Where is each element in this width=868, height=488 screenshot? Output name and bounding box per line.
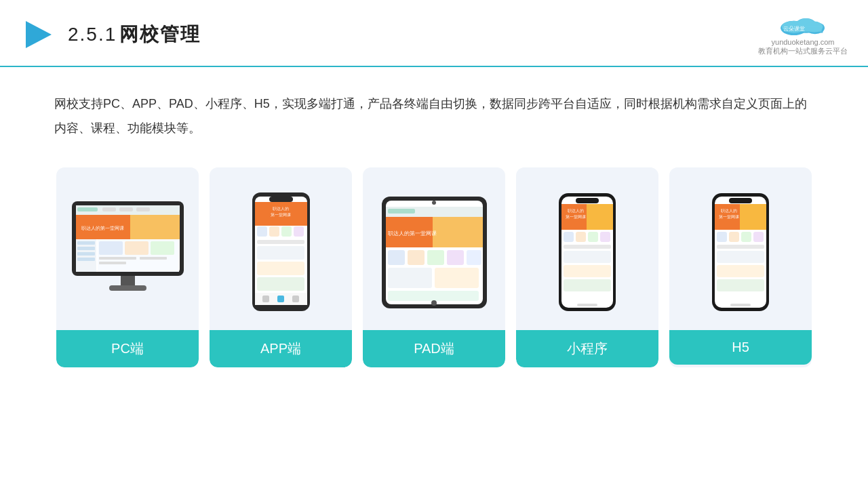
svg-rect-81 xyxy=(564,245,611,249)
svg-rect-64 xyxy=(447,250,464,265)
svg-rect-63 xyxy=(427,250,444,265)
page-header: 2.5.1网校管理 云朵课堂 yunduoketang.com 教育机构一站式服… xyxy=(0,0,868,67)
svg-rect-82 xyxy=(564,251,611,263)
svg-rect-98 xyxy=(717,251,764,263)
svg-rect-94 xyxy=(729,232,739,242)
play-icon xyxy=(20,17,56,52)
svg-point-55 xyxy=(432,201,436,205)
svg-rect-74 xyxy=(587,204,613,230)
svg-rect-37 xyxy=(269,197,293,202)
svg-rect-99 xyxy=(717,265,764,277)
svg-rect-101 xyxy=(730,304,751,306)
svg-rect-57 xyxy=(388,209,415,214)
svg-rect-13 xyxy=(77,207,98,211)
svg-rect-84 xyxy=(564,279,611,291)
card-miniapp: 职达人的 第一堂网课 小程序 xyxy=(516,167,658,367)
svg-rect-93 xyxy=(717,232,727,242)
svg-rect-95 xyxy=(741,232,751,242)
card-miniapp-label: 小程序 xyxy=(516,330,658,367)
svg-rect-83 xyxy=(564,265,611,277)
svg-rect-61 xyxy=(388,250,405,265)
card-miniapp-image: 职达人的 第一堂网课 xyxy=(516,181,658,317)
svg-rect-67 xyxy=(435,268,479,288)
svg-text:第一堂网课: 第一堂网课 xyxy=(719,215,739,219)
svg-rect-59 xyxy=(433,217,483,247)
svg-rect-48 xyxy=(257,277,304,291)
svg-rect-79 xyxy=(588,232,598,242)
svg-rect-41 xyxy=(257,226,267,237)
logo-slogan: 教育机构一站式服务云平台 xyxy=(758,46,848,56)
svg-rect-22 xyxy=(77,241,95,245)
miniapp-phone-icon: 职达人的 第一堂网课 xyxy=(557,192,618,312)
svg-rect-24 xyxy=(77,252,95,256)
card-h5-label: H5 xyxy=(669,330,812,365)
logo-area: 云朵课堂 yunduoketang.com 教育机构一站式服务云平台 xyxy=(758,12,848,56)
svg-rect-28 xyxy=(125,241,149,255)
svg-rect-46 xyxy=(257,246,304,260)
svg-rect-25 xyxy=(77,258,95,261)
svg-rect-52 xyxy=(292,296,299,302)
svg-rect-16 xyxy=(136,207,150,211)
page-title: 2.5.1网校管理 xyxy=(68,22,201,47)
svg-rect-80 xyxy=(600,232,610,242)
cards-container: 职达人的第一堂网课 PC端 xyxy=(0,154,868,388)
svg-rect-19 xyxy=(130,215,180,239)
header-left: 2.5.1网校管理 xyxy=(20,17,201,52)
svg-text:第一堂网课: 第一堂网课 xyxy=(566,215,586,219)
svg-point-69 xyxy=(431,300,437,306)
svg-rect-14 xyxy=(102,207,116,211)
svg-rect-42 xyxy=(269,226,279,237)
svg-rect-31 xyxy=(99,262,126,264)
svg-text:职达人的第一堂网课: 职达人的第一堂网课 xyxy=(388,230,437,237)
svg-text:职达人的: 职达人的 xyxy=(568,209,584,213)
svg-rect-68 xyxy=(388,291,479,301)
svg-text:云朵课堂: 云朵课堂 xyxy=(783,26,805,32)
svg-rect-88 xyxy=(729,198,752,203)
svg-rect-66 xyxy=(388,268,432,288)
card-pc-label: PC端 xyxy=(56,330,199,367)
svg-rect-51 xyxy=(277,296,284,302)
card-pad: 职达人的第一堂网课 PAD端 xyxy=(363,167,505,367)
card-app-label: APP端 xyxy=(210,330,352,367)
card-app-image: 职达人的 第一堂网课 xyxy=(210,181,352,317)
svg-rect-43 xyxy=(281,226,292,237)
svg-rect-32 xyxy=(140,257,167,260)
logo-url: yunduoketang.com xyxy=(772,38,835,46)
svg-rect-97 xyxy=(717,245,764,249)
svg-rect-100 xyxy=(717,279,764,291)
svg-rect-50 xyxy=(262,296,269,302)
svg-rect-30 xyxy=(99,257,136,260)
svg-rect-78 xyxy=(576,232,586,242)
pad-tablet-icon: 职达人的第一堂网课 xyxy=(378,193,490,312)
svg-rect-47 xyxy=(257,262,304,275)
svg-rect-65 xyxy=(467,250,481,265)
svg-rect-34 xyxy=(109,285,146,291)
card-pc: 职达人的第一堂网课 PC端 xyxy=(56,167,199,367)
svg-rect-23 xyxy=(77,247,95,250)
description-text: 网校支持PC、APP、PAD、小程序、H5，实现多端打通，产品各终端自由切换，数… xyxy=(0,67,868,154)
svg-text:职达人的第一堂网课: 职达人的第一堂网课 xyxy=(81,226,123,231)
app-phone-icon: 职达人的 第一堂网课 xyxy=(249,191,313,313)
logo-icon: 云朵课堂 xyxy=(776,12,830,37)
svg-rect-44 xyxy=(294,226,304,237)
svg-rect-29 xyxy=(151,241,174,255)
card-h5-image: 职达人的 第一堂网课 xyxy=(669,181,812,317)
svg-rect-45 xyxy=(257,240,304,244)
svg-rect-77 xyxy=(564,232,574,242)
svg-rect-15 xyxy=(119,207,133,211)
svg-rect-96 xyxy=(753,232,764,242)
card-app: 职达人的 第一堂网课 APP端 xyxy=(210,167,352,367)
card-pc-image: 职达人的第一堂网课 xyxy=(56,181,199,317)
card-h5: 职达人的 第一堂网课 H5 xyxy=(669,167,812,367)
svg-text:职达人的: 职达人的 xyxy=(721,209,737,213)
pc-monitor-icon: 职达人的第一堂网课 xyxy=(65,198,191,306)
svg-rect-27 xyxy=(99,241,123,255)
svg-rect-62 xyxy=(408,250,425,265)
svg-text:第一堂网课: 第一堂网课 xyxy=(271,213,291,217)
svg-text:职达人的: 职达人的 xyxy=(273,207,289,211)
card-pad-label: PAD端 xyxy=(363,330,505,367)
svg-marker-0 xyxy=(26,21,52,48)
svg-rect-90 xyxy=(740,204,766,230)
h5-phone-icon: 职达人的 第一堂网课 xyxy=(710,192,771,312)
svg-rect-85 xyxy=(577,304,597,306)
